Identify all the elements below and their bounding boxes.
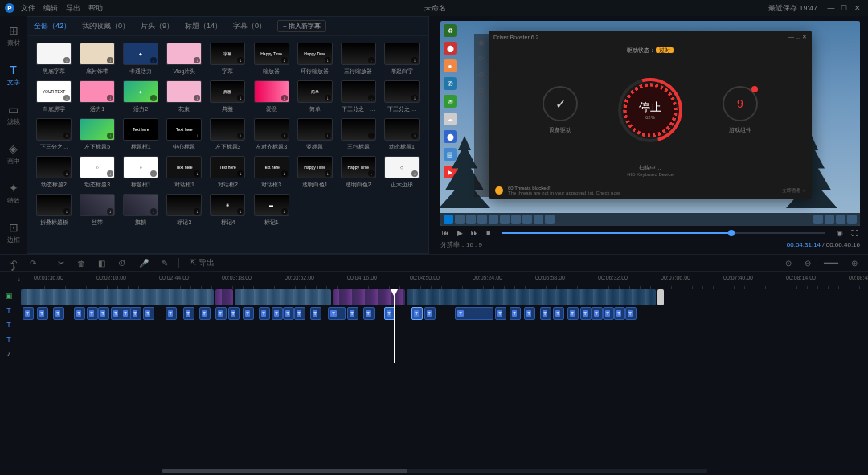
export-button[interactable]: ⇱ 导出 — [187, 257, 217, 268]
library-tab[interactable]: 片头（9） — [141, 21, 174, 31]
text-track-1[interactable]: TTTTTTTTTTTTTTTTTTTTTTTTTTTTTTTTTTTTTTT — [18, 307, 868, 320]
title-template[interactable]: ○标题框1 — [121, 156, 161, 189]
title-template[interactable]: YOUR TEXT白底黑字 — [34, 80, 74, 113]
title-template[interactable]: 旗帜 — [121, 194, 161, 227]
text-clip[interactable]: T — [625, 307, 637, 320]
text-clip[interactable]: T — [130, 307, 141, 320]
title-template[interactable]: 下三分之… — [382, 80, 422, 113]
text-clip[interactable]: T — [98, 307, 109, 320]
text-clip[interactable]: T — [199, 307, 211, 320]
menu-export[interactable]: 导出 — [66, 3, 80, 14]
undo-button[interactable]: ↶ — [8, 259, 19, 268]
title-template[interactable]: ❋标记4 — [207, 194, 248, 227]
title-template[interactable]: 典雅典雅 — [207, 80, 248, 113]
text-clip[interactable]: T — [143, 307, 154, 320]
stop-button[interactable]: ■ — [485, 229, 492, 237]
video-clip[interactable] — [235, 289, 331, 305]
title-template[interactable]: Text here对话框2 — [207, 156, 248, 189]
text-clip[interactable]: T — [347, 307, 358, 320]
title-template[interactable]: ◇正六边形 — [382, 156, 422, 189]
text-clip[interactable]: T — [272, 307, 283, 320]
library-tab[interactable]: 我的收藏（0） — [82, 21, 129, 31]
menu-help[interactable]: 帮助 — [88, 3, 103, 14]
text-clip[interactable]: T — [74, 307, 85, 320]
title-template[interactable]: 折叠标题板 — [34, 194, 74, 227]
zoom-out-button[interactable]: ⊖ — [802, 259, 813, 268]
video-track[interactable] — [18, 289, 868, 305]
text-track-3[interactable] — [18, 336, 868, 349]
title-template[interactable]: ◆卡通活力 — [121, 43, 161, 76]
text-clip[interactable]: T — [510, 307, 521, 320]
text-track-icon[interactable]: T — [0, 304, 18, 317]
title-template[interactable]: 下三分之一… — [338, 80, 379, 113]
text-clip[interactable]: T — [424, 307, 436, 320]
title-template[interactable]: Happy Time透明白色1 — [295, 156, 335, 189]
text-clip[interactable]: T — [37, 307, 48, 320]
title-template[interactable]: 动态标题1 — [382, 118, 422, 151]
library-tab[interactable]: 字幕（0） — [233, 21, 266, 31]
title-template[interactable]: ○动态标题3 — [77, 156, 117, 189]
library-tab[interactable]: 标题（14） — [185, 21, 222, 31]
maximize-button[interactable]: ☐ — [838, 4, 850, 12]
text-clip[interactable]: T — [603, 307, 614, 320]
delete-button[interactable]: 🗑 — [75, 259, 88, 268]
text-clip[interactable]: T — [23, 307, 34, 320]
paint-button[interactable]: ✎ — [159, 259, 170, 268]
title-template[interactable]: 三行标题 — [338, 118, 379, 151]
title-template[interactable]: 竖标题 — [295, 118, 335, 151]
text-clip[interactable]: T — [294, 307, 305, 320]
video-clip[interactable] — [407, 289, 656, 305]
title-template[interactable]: Text here对话框1 — [164, 156, 204, 189]
text-clip[interactable]: T — [215, 307, 227, 320]
title-template[interactable]: Vlog片头 — [164, 43, 204, 76]
title-template[interactable]: 动态标题2 — [34, 156, 74, 189]
text-track-icon-2[interactable]: T — [0, 318, 18, 331]
title-template[interactable]: ◆活力2 — [121, 80, 161, 113]
end-marker[interactable] — [657, 289, 664, 305]
title-template[interactable]: 花束 — [164, 80, 204, 113]
text-clip[interactable]: T — [328, 307, 346, 320]
text-track-icon-3[interactable]: T — [0, 333, 18, 346]
preview-progress[interactable] — [502, 232, 825, 234]
title-template[interactable]: Text here中心标题 — [164, 118, 204, 151]
add-subtitle-button[interactable]: + 插入新字幕 — [277, 20, 326, 32]
menu-edit[interactable]: 编辑 — [43, 3, 58, 14]
text-clip[interactable]: T — [310, 307, 321, 320]
text-clip[interactable]: T — [183, 307, 194, 320]
title-template[interactable]: Text here对话框3 — [252, 156, 292, 189]
title-template[interactable]: 黑底字幕 — [34, 43, 74, 76]
title-template[interactable]: 标记3 — [164, 194, 204, 227]
text-clip[interactable]: T — [580, 307, 592, 320]
fullscreen-button[interactable]: ⛶ — [850, 229, 860, 237]
side-tab-素材[interactable]: ⊞素材 — [0, 21, 27, 51]
text-track-2[interactable] — [18, 321, 868, 334]
text-clip[interactable]: T — [283, 307, 294, 320]
text-clip[interactable]: T — [363, 307, 375, 320]
text-clip[interactable]: T — [166, 307, 177, 320]
redo-button[interactable]: ↷ — [27, 259, 39, 268]
title-template[interactable]: 左对齐标题3 — [252, 118, 292, 151]
text-clip[interactable]: T — [243, 307, 254, 320]
text-clip[interactable]: T — [495, 307, 506, 320]
title-template[interactable]: Happy Time透明白色2 — [338, 156, 379, 189]
zoom-slider[interactable]: ━━━ — [821, 259, 841, 268]
title-template[interactable]: Text here标题框1 — [121, 118, 161, 151]
play-button[interactable]: ▶ — [456, 229, 465, 237]
voice-button[interactable]: 🎤 — [137, 259, 151, 268]
text-clip[interactable]: T — [259, 307, 270, 320]
side-tab-边框[interactable]: ⊡边框 — [0, 218, 27, 248]
minimize-button[interactable]: — — [825, 4, 837, 12]
side-tab-文字[interactable]: T文字 — [0, 60, 27, 90]
video-track-icon[interactable]: ▣ — [0, 289, 18, 302]
split-button[interactable]: ✂ — [55, 259, 67, 268]
playhead[interactable] — [394, 289, 395, 363]
preview-viewport[interactable]: ♻ ⬤ ● ✆ ✉ ☁ ⬤ ▤ ▶ ◉⟳⚙⊞ Driver Booster 6.… — [440, 21, 860, 226]
timeline-body[interactable]: 00:01:36.0000:02:10.0000:02:44.0000:03:1… — [18, 272, 868, 475]
text-clip[interactable]: T — [53, 307, 64, 320]
speed-button[interactable]: ⏱ — [116, 259, 129, 268]
video-clip[interactable] — [21, 289, 214, 305]
text-clip[interactable]: T — [614, 307, 625, 320]
text-clip[interactable]: T — [553, 307, 564, 320]
side-tab-画中[interactable]: ◈画中 — [0, 139, 27, 169]
close-button[interactable]: ✕ — [852, 4, 863, 12]
